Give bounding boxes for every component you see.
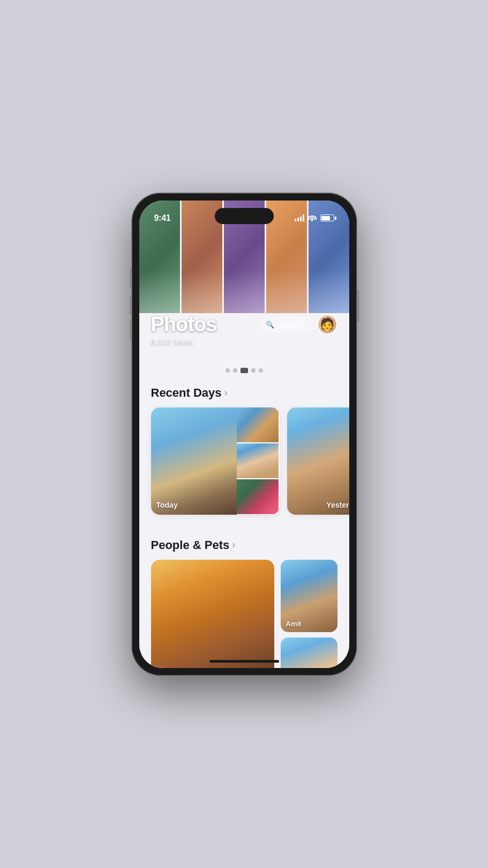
today-thumbs xyxy=(237,407,279,515)
user-avatar[interactable]: 🧑 xyxy=(317,314,337,335)
dynamic-island xyxy=(215,208,274,224)
scroll-content[interactable]: Photos 🔍 Search 🧑 8,342 Items xyxy=(139,201,349,668)
today-card[interactable]: Today xyxy=(151,407,280,515)
status-time: 9:41 xyxy=(154,213,171,223)
dot-5[interactable] xyxy=(259,368,263,373)
dot-1[interactable] xyxy=(226,368,230,373)
recent-days-title[interactable]: Recent Days › xyxy=(151,386,228,400)
yesterday-label: Yesterday xyxy=(326,501,349,509)
signal-icon xyxy=(295,214,304,221)
people-pets-chevron: › xyxy=(232,539,235,551)
person-main-photo[interactable] xyxy=(151,560,274,668)
today-main-photo xyxy=(151,407,237,515)
phone-device: 9:41 xyxy=(132,193,357,676)
search-button[interactable]: 🔍 Search xyxy=(257,316,312,333)
search-icon: 🔍 xyxy=(266,321,274,329)
battery-icon xyxy=(320,214,334,221)
maya-card[interactable]: Maya xyxy=(281,637,337,668)
today-thumb-2 xyxy=(237,443,279,478)
items-count: 8,342 Items xyxy=(151,337,337,353)
recent-days-chevron: › xyxy=(224,387,228,398)
people-pets-title[interactable]: People & Pets › xyxy=(151,538,236,552)
dot-2[interactable] xyxy=(233,368,237,373)
home-indicator[interactable] xyxy=(209,660,279,663)
people-pets-header: People & Pets › xyxy=(139,528,349,560)
header-actions: 🔍 Search 🧑 xyxy=(257,314,337,335)
recent-days-row: Today Yesterday xyxy=(139,407,349,528)
amit-card[interactable]: Amit xyxy=(281,560,337,632)
yesterday-card[interactable]: Yesterday xyxy=(287,407,349,515)
person-main-img xyxy=(151,560,274,668)
person-thumbs: Amit Maya xyxy=(281,560,337,668)
today-thumb-1 xyxy=(237,407,279,442)
phone-screen: 9:41 xyxy=(139,201,349,668)
status-icons xyxy=(295,214,334,221)
search-label: Search xyxy=(277,320,303,329)
app-title: Photos xyxy=(151,313,217,336)
dot-4[interactable] xyxy=(251,368,256,373)
today-label: Today xyxy=(156,501,178,509)
dot-3-active[interactable] xyxy=(241,368,248,373)
today-thumb-3 xyxy=(237,479,279,514)
recent-days-header: Recent Days › xyxy=(139,375,349,407)
wifi-icon xyxy=(308,215,317,221)
people-grid: Amit Maya xyxy=(139,560,349,668)
amit-name: Amit xyxy=(286,620,302,628)
hero-overlay xyxy=(139,270,349,313)
pagination-dots xyxy=(139,361,349,375)
main-content: Recent Days › xyxy=(139,353,349,668)
